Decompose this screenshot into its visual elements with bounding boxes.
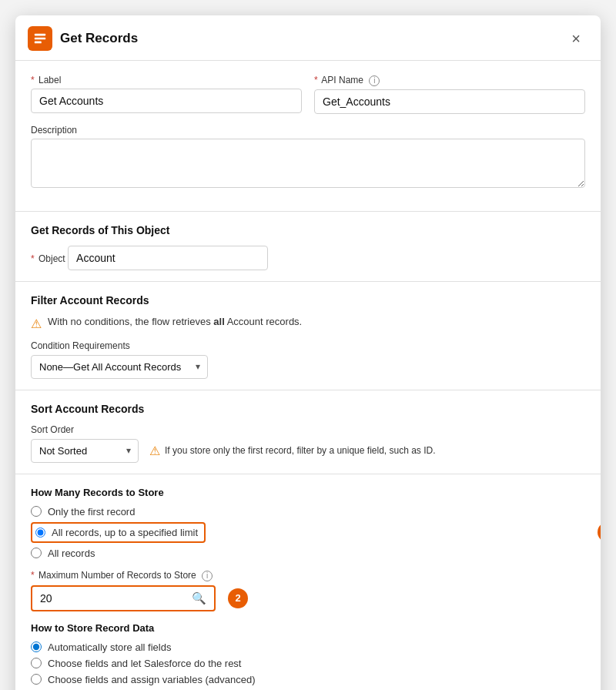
filter-warning-row: ⚠ With no conditions, the flow retrieves… [31, 316, 585, 331]
radio-first-record-label: Only the first record [48, 506, 135, 518]
radio-advanced-store[interactable]: Choose fields and assign variables (adva… [31, 674, 585, 685]
max-records-input[interactable] [32, 587, 184, 610]
sort-warning: ⚠ If you store only the first record, fi… [149, 443, 436, 458]
filter-warning-text: With no conditions, the flow retrieves a… [48, 316, 302, 327]
radio-choose-store-label: Choose fields and let Salesforce do the … [48, 658, 241, 669]
condition-select-wrapper: None—Get All Account Records All Conditi… [31, 355, 208, 379]
sort-row: Not Sorted Ascending Descending ▾ ⚠ If y… [31, 439, 585, 463]
api-required-star: * [314, 75, 318, 85]
max-records-search-button[interactable]: 🔍 [184, 587, 214, 610]
radio-auto-store-label: Automatically store all fields [48, 641, 171, 653]
badge-1: 1 [598, 522, 601, 542]
how-store-title: How to Store Record Data [31, 622, 585, 634]
how-many-radio-group: Only the first record All records, up to… [31, 506, 585, 559]
radio-first-record-input[interactable] [31, 506, 42, 517]
max-records-input-wrapper: 🔍 2 [31, 585, 216, 611]
how-store-section: How to Store Record Data Automatically s… [31, 622, 585, 685]
condition-requirements-select[interactable]: None—Get All Account Records All Conditi… [31, 355, 208, 379]
radio-limit-record-label: All records, up to a specified limit [52, 527, 198, 538]
radio-advanced-store-input[interactable] [31, 674, 42, 685]
get-records-object-section: Get Records of This Object * Object [15, 212, 601, 282]
api-name-info-icon[interactable]: i [369, 75, 380, 86]
radio-all-records-label: All records [48, 548, 95, 559]
max-records-label: * Maximum Number of Records to Store i [31, 570, 585, 581]
radio-all-records-input[interactable] [31, 548, 42, 558]
store-section: How Many Records to Store Only the first… [15, 474, 601, 690]
modal-title-row: Get Records [28, 26, 138, 51]
svg-rect-2 [35, 42, 42, 44]
sort-section-title: Sort Account Records [31, 403, 585, 415]
get-records-section-title: Get Records of This Object [31, 224, 585, 236]
radio-advanced-store-label: Choose fields and assign variables (adva… [48, 674, 256, 685]
description-textarea[interactable] [31, 139, 585, 188]
max-records-required-star: * [31, 570, 35, 581]
object-input[interactable] [68, 246, 268, 270]
radio-limit-wrapper: All records, up to a specified limit 1 [31, 522, 585, 543]
description-row: Description [31, 125, 585, 188]
filter-section: Filter Account Records ⚠ With no conditi… [15, 282, 601, 390]
close-button[interactable]: × [567, 28, 585, 49]
modal-body: * Label * API Name i Description [15, 61, 601, 690]
radio-limit-record-input[interactable] [35, 528, 45, 538]
api-name-group: * API Name i [314, 75, 585, 114]
sort-order-select[interactable]: Not Sorted Ascending Descending [31, 439, 139, 463]
object-required-star: * [31, 253, 35, 264]
condition-requirements-label: Condition Requirements [31, 340, 585, 351]
filter-section-title: Filter Account Records [31, 294, 585, 306]
top-form: * Label * API Name i Description [15, 61, 601, 212]
label-input[interactable] [31, 89, 302, 113]
sort-order-label: Sort Order [31, 424, 585, 435]
label-group: * Label [31, 75, 302, 114]
description-label: Description [31, 125, 585, 136]
api-name-input[interactable] [314, 89, 585, 114]
sort-warning-text: If you store only the first record, filt… [165, 445, 436, 456]
radio-auto-store[interactable]: Automatically store all fields [31, 641, 585, 653]
modal-header: Get Records × [15, 15, 601, 61]
how-store-radio-group: Automatically store all fields Choose fi… [31, 641, 585, 685]
radio-choose-store[interactable]: Choose fields and let Salesforce do the … [31, 658, 585, 669]
badge-2: 2 [228, 588, 248, 608]
how-many-title: How Many Records to Store [31, 487, 585, 498]
radio-all-records[interactable]: All records [31, 548, 585, 559]
sort-section: Sort Account Records Sort Order Not Sort… [15, 390, 601, 474]
max-records-input-group: 🔍 [31, 585, 216, 611]
svg-rect-0 [35, 34, 45, 36]
description-group: Description [31, 125, 585, 188]
radio-limit-record[interactable]: All records, up to a specified limit [31, 522, 206, 543]
api-name-label: * API Name i [314, 75, 585, 86]
radio-auto-store-input[interactable] [31, 641, 42, 652]
sort-select-wrapper: Not Sorted Ascending Descending ▾ [31, 439, 139, 463]
modal: Get Records × * Label * API Name i [15, 15, 601, 690]
label-apiname-row: * Label * API Name i [31, 75, 585, 114]
label-required-star: * [31, 75, 35, 85]
svg-rect-1 [35, 38, 45, 40]
sort-warning-icon: ⚠ [149, 444, 160, 458]
max-records-info-icon[interactable]: i [202, 571, 213, 581]
get-records-icon [28, 26, 52, 51]
modal-title: Get Records [60, 31, 138, 46]
radio-choose-store-input[interactable] [31, 658, 42, 668]
label-field-label: * Label [31, 75, 302, 85]
filter-warning-icon: ⚠ [31, 317, 42, 331]
object-label: * Object [31, 253, 68, 264]
radio-first-record[interactable]: Only the first record [31, 506, 585, 518]
max-records-section: * Maximum Number of Records to Store i 🔍… [31, 570, 585, 611]
